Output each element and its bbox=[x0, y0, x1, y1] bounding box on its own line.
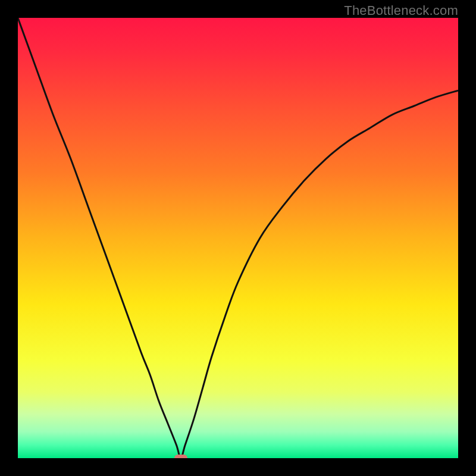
attribution-label: TheBottleneck.com bbox=[344, 3, 458, 18]
optimum-marker bbox=[174, 455, 187, 458]
bottleneck-curve bbox=[18, 18, 458, 458]
curve-path bbox=[18, 18, 458, 458]
plot-area bbox=[18, 18, 458, 458]
chart-stage: TheBottleneck.com bbox=[0, 0, 476, 476]
